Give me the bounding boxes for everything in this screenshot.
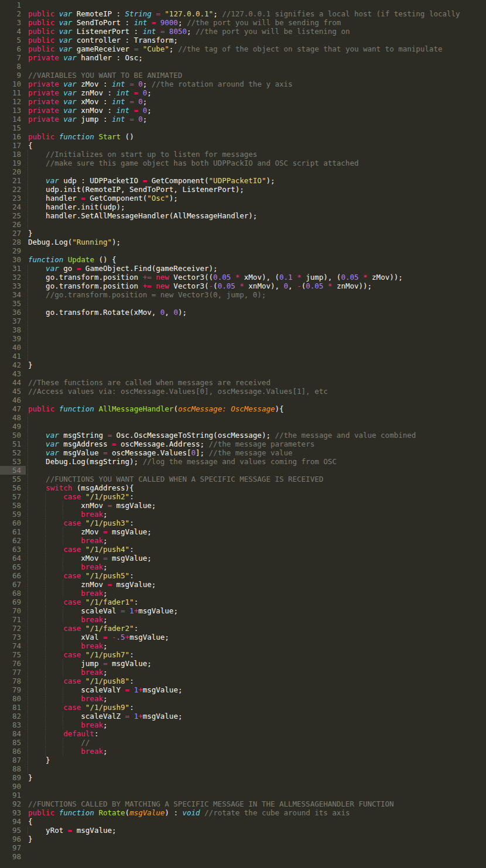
indent-guide xyxy=(28,290,28,299)
code-token-k: = xyxy=(125,685,130,694)
code-token-t: var xyxy=(59,9,73,18)
code-text xyxy=(26,62,486,71)
code-line: 25 handler.SetAllMessageHandler(AllMessa… xyxy=(0,211,486,220)
code-editor[interactable]: 12public var RemoteIP : String = "127.0.… xyxy=(0,0,486,868)
code-token-n: 0 xyxy=(138,80,143,88)
line-number: 4 xyxy=(0,27,26,36)
code-token-p xyxy=(28,483,46,492)
line-number: 37 xyxy=(0,317,26,325)
code-text: } xyxy=(26,361,486,369)
code-text xyxy=(26,343,486,352)
code-text: { xyxy=(26,141,486,150)
code-text: handler.init(udp); xyxy=(26,203,486,211)
line-number: 58 xyxy=(0,501,26,510)
indent-guide xyxy=(45,554,46,562)
line-number: 70 xyxy=(0,606,26,615)
indent-guide xyxy=(28,510,28,519)
indent-guide xyxy=(28,738,28,747)
code-token-k: private xyxy=(28,106,59,115)
code-token-p xyxy=(165,27,169,36)
code-token-k: case xyxy=(63,624,81,633)
code-token-p xyxy=(63,255,68,264)
code-token-t: int xyxy=(117,106,130,115)
indent-guide xyxy=(28,457,28,466)
line-number: 63 xyxy=(0,545,26,554)
code-token-p xyxy=(125,80,130,88)
code-token-p xyxy=(81,624,85,633)
code-token-k: break xyxy=(81,562,103,571)
indent-guide xyxy=(63,615,63,624)
code-token-p: GetComponent( xyxy=(147,176,208,185)
code-token-k: case xyxy=(63,492,81,501)
code-token-k: case xyxy=(63,545,81,554)
line-number-highlighted: 54 xyxy=(0,466,26,475)
code-token-p: msgValue; xyxy=(72,826,116,835)
code-token-p: handler.init(udp); xyxy=(28,203,125,211)
code-token-k: private xyxy=(28,115,59,123)
code-line: 20 xyxy=(0,167,486,176)
code-text xyxy=(26,791,486,800)
code-text: break; xyxy=(26,747,486,756)
line-number: 40 xyxy=(0,343,26,352)
indent-guide xyxy=(63,721,63,729)
code-token-p: jump xyxy=(28,659,103,668)
code-token-p: oscMessage.Values[ xyxy=(107,448,191,457)
indent-guide xyxy=(45,668,46,677)
code-token-n: 0 xyxy=(138,115,143,123)
line-number: 29 xyxy=(0,246,26,255)
line-number: 75 xyxy=(0,650,26,659)
line-number: 12 xyxy=(0,97,26,106)
code-token-f: Update xyxy=(68,255,94,264)
code-line: 32 go.transform.position += new Vector3(… xyxy=(0,273,486,282)
code-token-p xyxy=(125,115,130,123)
line-number: 71 xyxy=(0,615,26,624)
line-number: 48 xyxy=(0,413,26,422)
code-token-k: public xyxy=(28,18,54,27)
code-text: break; xyxy=(26,615,486,624)
code-line: 4public var ListenerPort : int = 8050; /… xyxy=(0,27,486,36)
code-token-c: //rotate the cube around its axis xyxy=(204,808,350,817)
code-text: } xyxy=(26,773,486,782)
code-token-p: msgValue; xyxy=(107,527,151,536)
code-line: 26 xyxy=(0,220,486,229)
code-line: 79 scaleValY = 1+msgValue; xyxy=(0,685,486,694)
code-token-t: function xyxy=(59,808,94,817)
code-line: 3public var SendToPort : int = 9000; //t… xyxy=(0,18,486,27)
code-token-p xyxy=(28,290,46,299)
code-token-k: private xyxy=(28,88,59,97)
code-text: break; xyxy=(26,721,486,729)
indent-guide xyxy=(28,475,28,483)
line-number: 65 xyxy=(0,562,26,571)
code-token-p: msgValue; xyxy=(129,633,169,641)
code-line: 56 switch (msgAddress){ xyxy=(0,483,486,492)
indent-guide xyxy=(45,589,46,598)
code-token-p: controller : Transform; xyxy=(72,36,178,44)
indent-guide xyxy=(28,624,28,633)
code-line: 95 yRot = msgValue; xyxy=(0,826,486,835)
code-token-p: ){ xyxy=(275,404,283,413)
code-line: 73 xVal = -.5+msgValue; xyxy=(0,633,486,641)
indent-guide xyxy=(28,677,28,685)
code-token-p xyxy=(156,18,160,27)
code-token-t: var xyxy=(46,440,59,448)
code-text xyxy=(26,782,486,791)
line-number: 89 xyxy=(0,773,26,782)
indent-guide xyxy=(63,536,63,545)
code-token-s: "/1/push3" xyxy=(85,519,129,527)
line-number: 45 xyxy=(0,387,26,396)
code-token-k: = xyxy=(112,440,117,448)
code-text: private var jump : int = 0; xyxy=(26,115,486,123)
code-token-t: int xyxy=(134,18,148,27)
code-text: //FUNCTIONS CALLED BY MATCHING A SPECIFI… xyxy=(26,800,486,808)
code-line: 63 case "/1/push4": xyxy=(0,545,486,554)
code-token-p: SendToPort : xyxy=(72,18,134,27)
code-line: 2public var RemoteIP : String = "127.0.0… xyxy=(0,9,486,18)
indent-guide xyxy=(45,721,46,729)
indent-guide xyxy=(28,694,28,703)
code-text: case "/1/push5": xyxy=(26,571,486,580)
code-token-k: default xyxy=(63,729,94,738)
indent-guide xyxy=(45,650,46,659)
code-token-c: //127.0.0.1 signifies a local host (if t… xyxy=(222,9,460,18)
code-token-p xyxy=(28,448,46,457)
code-token-p: Debug.Log(msgString); xyxy=(28,457,143,466)
